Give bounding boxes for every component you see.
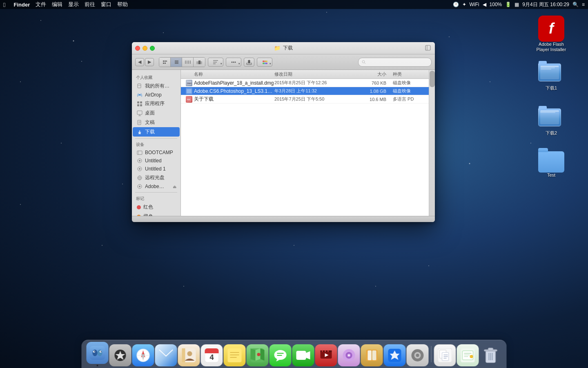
sidebar-item-orange-tag[interactable]: 橙色 (133, 212, 180, 216)
share-button[interactable] (244, 58, 254, 67)
dock-item-finder[interactable] (87, 342, 109, 366)
dock-item-calendar[interactable]: 4 (201, 344, 223, 366)
menu-window[interactable]: 窗口 (101, 1, 111, 8)
action-button[interactable]: ▾ (226, 58, 241, 67)
search-box[interactable] (358, 58, 432, 67)
menu-view[interactable]: 显示 (68, 1, 79, 8)
cover-flow-view-btn[interactable] (194, 58, 205, 67)
col-date-header: 修改日期 (274, 71, 356, 77)
desktop-label: 桌面 (145, 110, 155, 117)
dock-item-imovie[interactable] (315, 344, 337, 366)
arrange-button[interactable]: ▾ (208, 58, 223, 67)
dock-item-messages[interactable] (270, 344, 292, 366)
svg-rect-0 (425, 45, 430, 50)
dock-item-trash[interactable] (480, 344, 502, 366)
wifi-icon[interactable]: WiFi (470, 2, 479, 7)
file-name-1: Adobe.CS6.Photoshop_13_LS3.1395977557.dm… (194, 88, 274, 94)
sidebar-item-docs[interactable]: 文稿 (133, 118, 180, 127)
dock-item-maps[interactable] (247, 344, 269, 366)
svg-rect-35 (137, 101, 139, 103)
svg-point-112 (348, 355, 350, 356)
untitled-icon (137, 158, 143, 164)
dock-item-safari[interactable] (132, 344, 154, 366)
sidebar-item-apps[interactable]: 应用程序 (133, 99, 180, 108)
dock-item-preview[interactable] (434, 344, 456, 366)
file-row-1[interactable]: Adobe.CS6.Photoshop_13_LS3.1395977557.dm… (181, 87, 429, 95)
sidebar-item-airdrop[interactable]: AirDrop (133, 91, 180, 99)
dock-item-mail[interactable] (155, 344, 177, 366)
untitled1-label: Untitled 1 (145, 166, 166, 172)
desktop-icon-test[interactable]: Test (535, 151, 568, 178)
sysprefs-dock-icon (407, 344, 429, 366)
grid-icon[interactable]: ▦ (514, 2, 519, 7)
svg-rect-82 (182, 348, 185, 362)
svg-point-132 (470, 355, 473, 358)
svg-rect-2 (163, 61, 164, 62)
column-view-btn[interactable] (182, 58, 194, 67)
bluetooth-icon[interactable]: ✦ (462, 2, 466, 7)
traffic-lights (135, 46, 155, 51)
time-machine-icon[interactable]: 🕐 (453, 2, 459, 7)
minimize-button[interactable] (143, 46, 147, 51)
file-date-0: 2015年8月25日 下午12:26 (274, 80, 356, 86)
dock-item-certificate[interactable] (457, 344, 479, 366)
menu-edit[interactable]: 编辑 (52, 1, 62, 8)
sidebar-item-desktop[interactable]: 桌面 (133, 108, 180, 118)
svg-rect-3 (165, 61, 166, 62)
desktop-icon-dl1[interactable]: 下载1 (535, 63, 568, 91)
list-menubar-icon[interactable]: ≡ (582, 2, 585, 7)
sidebar-item-adobe[interactable]: Adobe… ⏏ (133, 182, 180, 191)
svg-rect-135 (488, 348, 493, 350)
dock-item-contacts[interactable] (178, 344, 200, 366)
svg-rect-5 (163, 63, 164, 64)
tag-button[interactable]: ▾ (257, 58, 272, 67)
sidebar-item-downloads[interactable]: 下载 (133, 127, 180, 137)
eject-button[interactable]: ⏏ (173, 184, 176, 189)
window-scrollbar[interactable] (429, 70, 435, 216)
sidebar-item-untitled1[interactable]: Untitled 1 (133, 165, 180, 173)
menu-help[interactable]: 帮助 (117, 1, 128, 8)
forward-button[interactable]: ▶ (145, 58, 154, 66)
untitled1-icon (137, 166, 143, 172)
dock-item-facetime[interactable] (292, 344, 314, 366)
back-button[interactable]: ◀ (135, 58, 144, 66)
finder-window: 📁 下载 ◀ ▶ (132, 42, 435, 222)
list-view-btn[interactable] (171, 58, 182, 67)
dock: 4 (82, 340, 507, 368)
dock-item-sysprefs[interactable] (407, 344, 429, 366)
dock-item-notes[interactable] (224, 344, 246, 366)
close-button[interactable] (135, 46, 140, 51)
maps-dock-icon (247, 344, 269, 366)
devices-section-label: 设备 (132, 140, 180, 148)
file-row-0[interactable]: DMG AdobeFlashPlayer_18_a_install.dmg 20… (181, 79, 429, 87)
sidebar-item-allfiles[interactable]: 我的所有… (133, 81, 180, 91)
dock-item-appstore[interactable] (384, 344, 406, 366)
svg-point-25 (264, 61, 266, 62)
menu-go[interactable]: 前往 (85, 1, 95, 8)
allfiles-label: 我的所有… (145, 83, 169, 90)
certificate-dock-icon (457, 344, 479, 366)
volume-icon[interactable]: ◀ (483, 2, 486, 7)
dock-item-ibooks[interactable] (361, 344, 383, 366)
sidebar-item-bootcamp[interactable]: BOOTCAMP (133, 148, 180, 157)
search-menubar-icon[interactable]: 🔍 (572, 2, 579, 7)
apple-menu[interactable]:  (3, 1, 5, 8)
expand-button[interactable] (425, 45, 432, 52)
icon-view-btn[interactable] (159, 58, 171, 67)
desktop-icon-dl2[interactable]: 下载2 (535, 108, 568, 136)
menu-finder[interactable]: Finder (13, 2, 30, 8)
menu-file[interactable]: 文件 (36, 1, 46, 8)
dock-item-itunes[interactable] (338, 344, 360, 366)
downloads-icon (137, 129, 143, 135)
desktop-icon-flash[interactable]: f Adobe FlashPlayer Installer (535, 16, 568, 52)
col-name-header: 名称 (184, 71, 274, 77)
notes-dock-icon (224, 344, 246, 366)
sidebar-item-remote[interactable]: 远程光盘 (133, 173, 180, 182)
sidebar-item-untitled[interactable]: Untitled (133, 157, 180, 165)
dock-item-launchpad[interactable] (109, 344, 131, 366)
file-row-2[interactable]: PDF 关于下载 2015年7月25日 下午5:50 10.6 MB 多语言 P… (181, 95, 429, 103)
sidebar-item-red-tag[interactable]: 红色 (133, 202, 180, 212)
file-kind-1: 磁盘映像 (393, 88, 425, 94)
view-mode-group (159, 57, 205, 67)
maximize-button[interactable] (150, 46, 155, 51)
